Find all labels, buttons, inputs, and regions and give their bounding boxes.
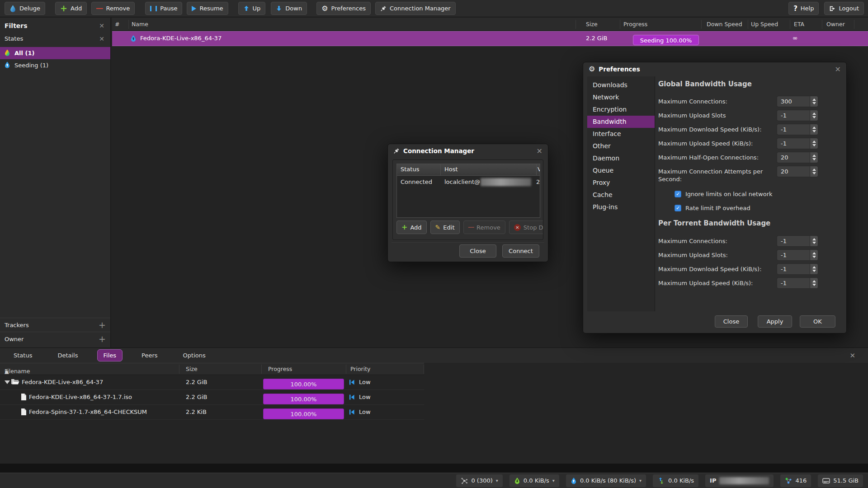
owner-expand-icon[interactable]: + <box>99 332 106 346</box>
spinner-buttons[interactable] <box>810 235 818 247</box>
prefs-apply-button[interactable]: Apply <box>758 315 792 328</box>
checkbox-checked-icon[interactable]: ✓ <box>675 191 681 197</box>
ip-status[interactable]: IP <box>705 474 774 488</box>
pt-max-download-speed-spinner[interactable]: -1 <box>777 263 818 275</box>
free-space-status[interactable]: 51.5 GiB <box>817 474 863 488</box>
spinner-value[interactable]: -1 <box>777 110 810 121</box>
close-icon[interactable]: ✕ <box>537 147 542 155</box>
trackers-section[interactable]: Trackers + <box>0 318 110 332</box>
files-col-size[interactable]: Size <box>186 366 198 372</box>
spin-down-icon[interactable] <box>812 172 816 174</box>
file-row[interactable]: Fedora-Spins-37-1.7-x86_64-CHECKSUM 2.2 … <box>0 405 424 420</box>
col-up-speed[interactable]: Up Speed <box>751 21 778 28</box>
host-col-version[interactable]: V <box>536 164 540 175</box>
col-size[interactable]: Size <box>586 21 598 28</box>
pt-max-upload-slots-spinner[interactable]: -1 <box>777 249 818 261</box>
category-downloads[interactable]: Downloads <box>587 79 655 91</box>
col-num[interactable]: # <box>115 21 119 28</box>
col-down-speed[interactable]: Down Speed <box>707 21 742 28</box>
connections-status[interactable]: 0 (300) ▾ <box>456 474 503 488</box>
queue-down-button[interactable]: Down <box>271 2 307 15</box>
detail-panel-close-icon[interactable]: ✕ <box>849 352 855 360</box>
spinner-buttons[interactable] <box>810 166 818 177</box>
max-download-speed-spinner[interactable]: -1 <box>777 124 818 135</box>
tab-status[interactable]: Status <box>7 349 38 361</box>
spinner-value[interactable]: -1 <box>777 138 810 149</box>
cm-remove-button[interactable]: − Remove <box>463 221 505 234</box>
category-interface[interactable]: Interface <box>587 128 655 140</box>
upload-speed-status[interactable]: 0.0 KiB/s (80 KiB/s) ▾ <box>566 474 646 488</box>
spin-down-icon[interactable] <box>812 284 816 286</box>
tab-options[interactable]: Options <box>177 349 212 361</box>
max-half-open-spinner[interactable]: 20 <box>777 152 818 163</box>
spinner-buttons[interactable] <box>810 138 818 149</box>
spin-down-icon[interactable] <box>812 242 816 244</box>
spinner-value[interactable]: -1 <box>777 263 810 275</box>
category-queue[interactable]: Queue <box>587 164 655 177</box>
category-plugins[interactable]: Plug-ins <box>587 201 655 213</box>
spinner-value[interactable]: -1 <box>777 235 810 247</box>
close-icon[interactable]: ✕ <box>835 65 841 74</box>
spin-up-icon[interactable] <box>812 266 816 268</box>
file-row[interactable]: Fedora-KDE-Live-x86_64-37-1.7.iso 2.2 Gi… <box>0 390 424 405</box>
max-upload-slots-spinner[interactable]: -1 <box>777 110 818 121</box>
spin-down-icon[interactable] <box>812 116 816 118</box>
prefs-ok-button[interactable]: OK <box>800 315 835 328</box>
spin-down-icon[interactable] <box>812 102 816 104</box>
spin-up-icon[interactable] <box>812 141 816 143</box>
spin-up-icon[interactable] <box>812 169 816 171</box>
spinner-buttons[interactable] <box>810 152 818 163</box>
ignore-limits-checkbox-row[interactable]: ✓ Ignore limits on local network <box>658 189 843 199</box>
spinner-value[interactable]: -1 <box>777 249 810 261</box>
category-other[interactable]: Other <box>587 140 655 152</box>
help-button[interactable]: ? Help <box>788 2 819 15</box>
spin-up-icon[interactable] <box>812 238 816 240</box>
connection-manager-button[interactable]: Connection Manager <box>375 2 456 15</box>
logout-button[interactable]: Logout <box>824 2 864 15</box>
files-col-progress[interactable]: Progress <box>268 366 292 372</box>
spinner-value[interactable]: -1 <box>777 277 810 289</box>
remove-torrent-button[interactable]: − Remove <box>91 2 135 15</box>
spin-down-icon[interactable] <box>812 130 816 132</box>
spinner-buttons[interactable] <box>810 263 818 275</box>
spin-up-icon[interactable] <box>812 155 816 157</box>
max-connection-attempts-spinner[interactable]: 20 <box>777 166 818 177</box>
deluge-logo-button[interactable]: Deluge <box>5 2 45 15</box>
category-cache[interactable]: Cache <box>587 189 655 201</box>
spin-down-icon[interactable] <box>812 144 816 146</box>
max-connections-spinner[interactable]: 300 <box>777 96 818 107</box>
col-name[interactable]: Name <box>132 21 148 28</box>
spinner-value[interactable]: 300 <box>777 96 810 107</box>
col-owner[interactable]: Owner <box>826 21 845 28</box>
spinner-buttons[interactable] <box>810 96 818 107</box>
spin-up-icon[interactable] <box>812 252 816 254</box>
spin-up-icon[interactable] <box>812 127 816 129</box>
spinner-buttons[interactable] <box>810 249 818 261</box>
states-close-icon[interactable]: ✕ <box>99 33 104 45</box>
prefs-close-button[interactable]: Close <box>715 315 748 328</box>
spinner-buttons[interactable] <box>810 277 818 289</box>
host-col-host[interactable]: Host <box>441 164 536 175</box>
cm-connect-button[interactable]: Connect <box>502 244 539 258</box>
preferences-titlebar[interactable]: ⚙ Preferences ✕ <box>583 62 846 76</box>
dht-nodes-status[interactable]: 416 <box>780 474 811 488</box>
spin-up-icon[interactable] <box>812 280 816 282</box>
queue-up-button[interactable]: Up <box>238 2 266 15</box>
host-row-connected[interactable]: Connected localclient@ 2 <box>397 176 540 188</box>
col-progress[interactable]: Progress <box>623 21 647 28</box>
category-bandwidth[interactable]: Bandwidth <box>587 116 655 128</box>
trackers-expand-icon[interactable]: + <box>99 318 106 332</box>
rate-limit-ip-checkbox-row[interactable]: ✓ Rate limit IP overhead <box>658 203 843 213</box>
pause-button[interactable]: Pause <box>145 2 182 15</box>
tab-details[interactable]: Details <box>51 349 84 361</box>
checkbox-checked-icon[interactable]: ✓ <box>675 205 681 211</box>
spinner-value[interactable]: 20 <box>777 152 810 163</box>
spin-up-icon[interactable] <box>812 113 816 115</box>
resume-button[interactable]: Resume <box>187 2 228 15</box>
category-encryption[interactable]: Encryption <box>587 103 655 116</box>
cm-edit-button[interactable]: ✎ Edit <box>430 221 460 234</box>
files-col-priority[interactable]: Priority <box>350 366 371 372</box>
preferences-button[interactable]: ⚙ Preferences <box>316 2 371 15</box>
category-network[interactable]: Network <box>587 91 655 103</box>
spinner-value[interactable]: -1 <box>777 124 810 135</box>
